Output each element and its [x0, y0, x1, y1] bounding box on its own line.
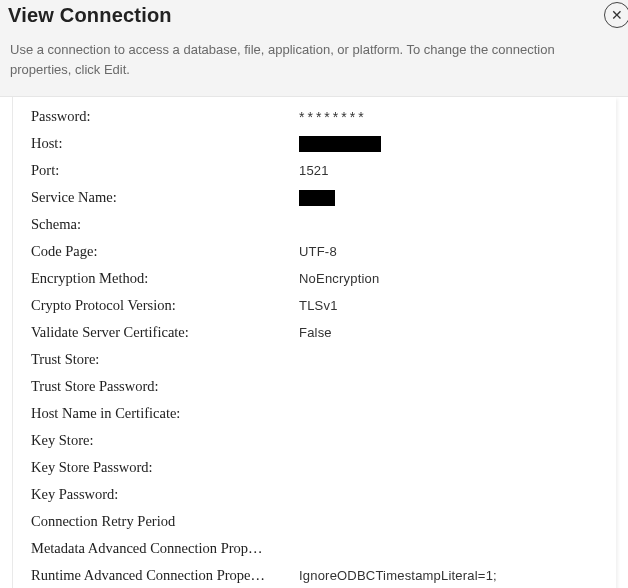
close-icon: ✕: [611, 7, 623, 23]
property-value: [285, 190, 608, 207]
property-value: NoEncryption: [285, 271, 608, 286]
property-label: Metadata Advanced Connection Prop…: [17, 540, 285, 557]
property-label: Key Store Password:: [17, 459, 285, 476]
property-row: Key Store Password:: [17, 454, 608, 481]
property-row: Key Store:: [17, 427, 608, 454]
title-row: View Connection ✕: [0, 0, 628, 34]
property-value: 1521: [285, 163, 608, 178]
property-value: IgnoreODBCTimestampLiteral=1;: [285, 568, 608, 583]
property-label: Password:: [17, 108, 285, 125]
property-label: Connection Retry Period: [17, 513, 285, 530]
property-row: Port:1521: [17, 157, 608, 184]
dialog-description: Use a connection to access a database, f…: [0, 34, 628, 96]
redacted-value: [299, 190, 335, 206]
property-row: Schema:: [17, 211, 608, 238]
property-row: Connection Retry Period: [17, 508, 608, 535]
property-label: Trust Store Password:: [17, 378, 285, 395]
property-label: Crypto Protocol Version:: [17, 297, 285, 314]
property-label: Key Password:: [17, 486, 285, 503]
property-label: Code Page:: [17, 243, 285, 260]
property-row: Password:********: [17, 103, 608, 130]
property-row: Trust Store Password:: [17, 373, 608, 400]
property-label: Host Name in Certificate:: [17, 405, 285, 422]
property-label: Host:: [17, 135, 285, 152]
property-label: Validate Server Certificate:: [17, 324, 285, 341]
property-row: Validate Server Certificate:False: [17, 319, 608, 346]
property-value: TLSv1: [285, 298, 608, 313]
property-row: Service Name:: [17, 184, 608, 211]
property-label: Key Store:: [17, 432, 285, 449]
property-row: Runtime Advanced Connection Prope…Ignore…: [17, 562, 608, 588]
property-value: False: [285, 325, 608, 340]
property-row: Code Page:UTF-8: [17, 238, 608, 265]
property-label: Port:: [17, 162, 285, 179]
property-label: Schema:: [17, 216, 285, 233]
dialog-header: View Connection ✕ Use a connection to ac…: [0, 0, 628, 97]
property-label: Service Name:: [17, 189, 285, 206]
properties-panel-wrap: Password:********Host:Port:1521Service N…: [0, 97, 628, 588]
property-label: Runtime Advanced Connection Prope…: [17, 567, 285, 584]
property-value: [285, 136, 608, 153]
redacted-value: [299, 136, 381, 152]
property-row: Encryption Method:NoEncryption: [17, 265, 608, 292]
property-row: Key Password:: [17, 481, 608, 508]
property-value: ********: [285, 109, 608, 125]
dialog-title: View Connection: [8, 4, 172, 27]
property-row: Trust Store:: [17, 346, 608, 373]
close-button[interactable]: ✕: [604, 2, 628, 28]
property-row: Host:: [17, 130, 608, 157]
property-label: Trust Store:: [17, 351, 285, 368]
property-label: Encryption Method:: [17, 270, 285, 287]
property-row: Host Name in Certificate:: [17, 400, 608, 427]
property-value: UTF-8: [285, 244, 608, 259]
property-row: Metadata Advanced Connection Prop…: [17, 535, 608, 562]
property-row: Crypto Protocol Version:TLSv1: [17, 292, 608, 319]
properties-panel: Password:********Host:Port:1521Service N…: [12, 97, 616, 588]
